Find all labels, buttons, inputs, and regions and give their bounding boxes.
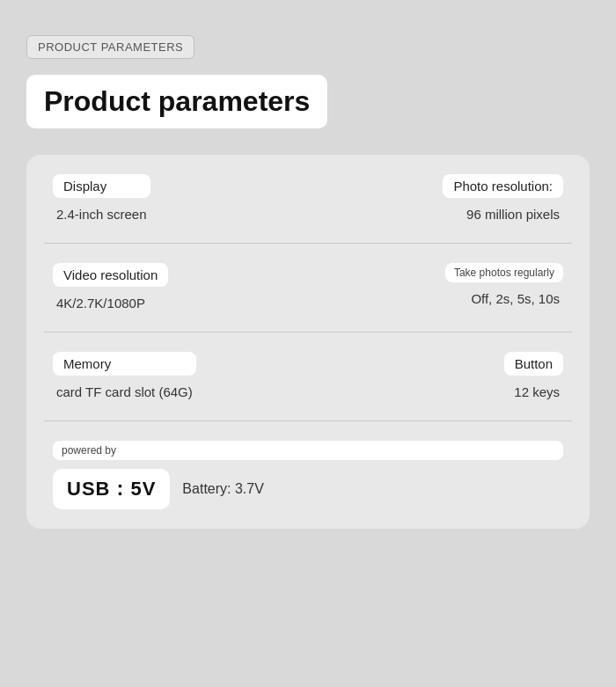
memory-value: card TF card slot (64G): [53, 383, 196, 401]
photo-resolution-value: 96 million pixels: [463, 205, 563, 223]
param-row-display: Display 2.4-inch screen Photo resolution…: [44, 155, 572, 244]
display-value: 2.4-inch screen: [53, 205, 150, 223]
take-photos-label: Take photos regularly: [445, 263, 563, 282]
param-col-right-photo: Photo resolution: 96 million pixels: [443, 174, 563, 223]
memory-label: Memory: [53, 352, 196, 376]
power-inline: USB：5V Battery: 3.7V: [53, 469, 563, 509]
video-resolution-label: Video resolution: [53, 263, 168, 287]
display-label: Display: [53, 174, 150, 198]
param-row-memory: Memory card TF card slot (64G) Button 12…: [44, 333, 572, 421]
param-row-power: powered by USB：5V Battery: 3.7V: [44, 421, 572, 529]
battery-value: Battery: 3.7V: [182, 481, 264, 497]
params-card: Display 2.4-inch screen Photo resolution…: [26, 155, 590, 529]
param-col-right-button: Button 12 keys: [504, 352, 563, 401]
button-value: 12 keys: [510, 383, 563, 401]
photo-resolution-label: Photo resolution:: [443, 174, 563, 198]
param-col-left-display: Display 2.4-inch screen: [53, 174, 150, 223]
button-label: Button: [504, 352, 563, 376]
breadcrumb: PRODUCT PARAMETERS: [26, 35, 194, 59]
usb-value: USB：5V: [53, 469, 170, 509]
take-photos-value: Off, 2s, 5s, 10s: [467, 289, 563, 308]
param-col-left-memory: Memory card TF card slot (64G): [53, 352, 196, 401]
powered-by-label: powered by: [53, 441, 563, 460]
param-col-right-photo-timer: Take photos regularly Off, 2s, 5s, 10s: [445, 263, 563, 308]
page-title: Product parameters: [26, 75, 327, 128]
video-resolution-value: 4K/2.7K/1080P: [53, 294, 168, 312]
param-row-video: Video resolution 4K/2.7K/1080P Take phot…: [44, 244, 572, 333]
param-col-left-video: Video resolution 4K/2.7K/1080P: [53, 263, 168, 312]
